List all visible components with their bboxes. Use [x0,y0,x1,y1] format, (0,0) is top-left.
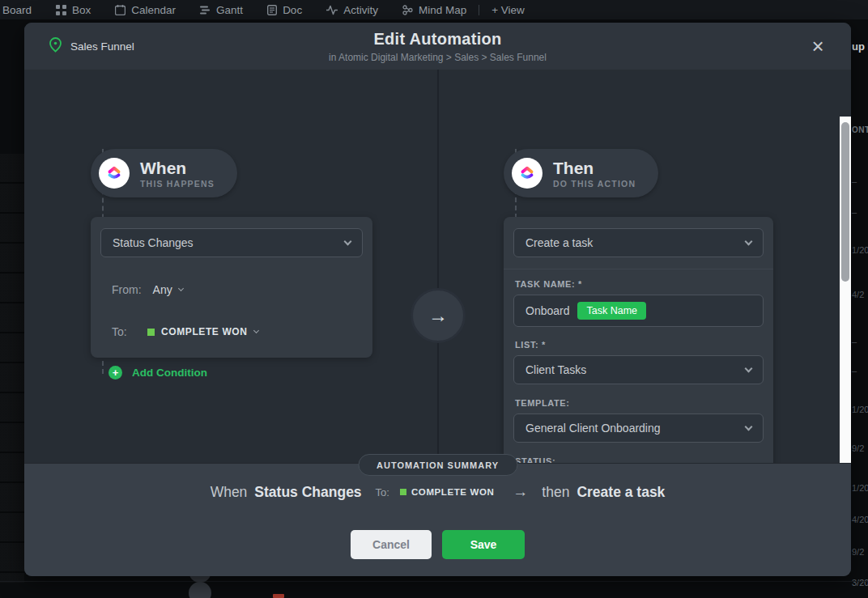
summary-when-word: When [211,484,248,501]
task-name-tag[interactable]: Task Name [577,302,646,320]
tab-calendar[interactable]: Calendar [103,0,188,19]
list-field-label: LIST: * [515,340,546,350]
save-button[interactable]: Save [442,530,525,559]
modal-title: Edit Automation [24,30,851,49]
add-condition-label: Add Condition [132,367,207,379]
tab-activity[interactable]: Activity [314,0,390,19]
tab-box-label: Box [72,4,91,16]
summary-status: COMPLETE WON [400,487,494,497]
tab-doc[interactable]: Doc [255,0,314,19]
template-value: General Client Onboarding [525,422,661,435]
to-label: To: [112,325,147,338]
background-fragment: up I [852,40,868,53]
automation-summary-row: When Status Changes To: COMPLETE WON → t… [24,483,851,501]
breadcrumb: in Atomic Digital Marketing > Sales > Sa… [24,52,851,63]
modal-body: When THIS HAPPENS Status Changes From: A… [24,70,851,463]
then-subtitle: DO THIS ACTION [553,179,636,189]
chevron-down-icon [745,237,753,245]
tab-add-view[interactable]: + View [479,0,537,19]
background-fragment: – [852,176,857,186]
plus-icon: + [108,366,122,380]
summary-then-word: then [542,484,569,501]
when-title: When [140,159,215,177]
card-divider [504,269,773,269]
close-icon[interactable]: × [806,34,830,58]
screen: Board Box Calendar Gantt Doc Activity Mi… [0,0,868,598]
activity-icon [326,5,338,15]
cancel-button[interactable]: Cancel [351,530,432,559]
task-name-value: Onboard [525,304,569,317]
summary-action: Create a task [577,484,665,501]
view-tabs-bar: Board Box Calendar Gantt Doc Activity Mi… [0,0,868,19]
when-pill: When THIS HAPPENS [91,149,237,197]
tab-box[interactable]: Box [44,0,103,19]
tab-activity-label: Activity [343,4,378,16]
background-priority-flag [273,594,284,598]
to-status-value: COMPLETE WON [161,326,248,337]
tab-gantt-label: Gantt [216,4,243,16]
chevron-down-icon [745,422,753,430]
action-type-dropdown[interactable]: Create a task [513,228,764,257]
background-fragment: 1/20 [852,405,868,414]
trigger-type-dropdown[interactable]: Status Changes [100,228,363,257]
status-color-square [147,329,155,336]
status-field-label: STATUS: [515,456,555,463]
tab-calendar-label: Calendar [131,4,176,16]
arrow-right-icon: → [513,483,528,501]
action-card: Create a task TASK NAME: * Onboard Task … [504,217,773,463]
then-title: Then [553,159,636,177]
background-avatar [189,582,211,598]
gantt-icon [200,5,211,15]
chevron-down-icon [178,285,184,291]
tab-board[interactable]: Board [0,0,44,19]
tab-mind-map-label: Mind Map [419,4,466,16]
background-row-divider [0,581,868,582]
from-row: From: Any [112,283,183,296]
from-value-dropdown[interactable]: Any [153,283,183,296]
template-dropdown[interactable]: General Client Onboarding [513,414,764,443]
background-fragment: 1/20 [852,245,868,255]
trigger-type-value: Status Changes [113,236,194,249]
automation-summary-badge: AUTOMATION SUMMARY [358,454,517,476]
chevron-down-icon [745,364,753,372]
background-fragment: 1/20 [852,483,868,493]
background-fragment: – [852,207,857,217]
modal-title-block: Edit Automation in Atomic Digital Market… [24,30,851,63]
list-value: Client Tasks [525,363,586,376]
edit-automation-modal: Sales Funnel Edit Automation in Atomic D… [24,23,851,576]
summary-status-value: COMPLETE WON [411,487,494,497]
modal-header: Sales Funnel Edit Automation in Atomic D… [24,23,851,70]
action-type-value: Create a task [525,236,593,249]
doc-icon [267,5,277,15]
list-dropdown[interactable]: Client Tasks [513,355,764,384]
mind-map-icon [402,5,413,15]
clickup-logo-icon [99,158,130,189]
modal-scrollbar-track[interactable] [840,117,851,463]
chevron-down-icon [253,327,258,333]
to-row: To: COMPLETE WON [112,325,258,338]
modal-scrollbar-thumb[interactable] [841,122,849,282]
center-divider [437,70,439,463]
background-right-strip: up IONT––1/204/2––1/209/21/204/209/23/20 [850,0,868,598]
chevron-down-icon [344,237,352,245]
background-board-rows [0,154,24,583]
background-fragment: 3/20 [852,578,868,587]
box-icon [56,5,66,15]
background-fragment: 9/2 [852,547,864,557]
add-condition-button[interactable]: + Add Condition [108,366,207,380]
background-fragment: 4/20 [852,515,868,524]
when-subtitle: THIS HAPPENS [140,179,215,189]
to-status-dropdown[interactable]: COMPLETE WON [147,326,258,337]
tab-add-view-label: + View [491,4,525,16]
tab-gantt[interactable]: Gantt [188,0,255,19]
arrow-right-icon: → [428,304,448,327]
background-fragment: – [852,337,857,346]
summary-trigger: Status Changes [254,484,361,501]
task-name-field-label: TASK NAME: * [515,279,582,289]
status-color-square [400,489,406,495]
tab-mind-map[interactable]: Mind Map [390,0,479,19]
clickup-logo-icon [512,158,542,189]
when-then-arrow: → [411,288,466,343]
background-fragment: 9/2 [852,443,864,453]
task-name-input[interactable]: Onboard Task Name [513,295,764,327]
